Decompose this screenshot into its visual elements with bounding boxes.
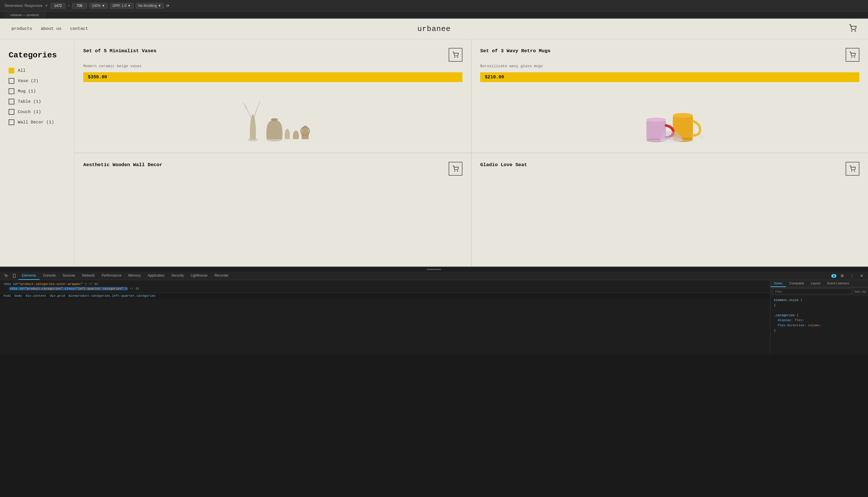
category-label-mug: Mug (1) (18, 89, 36, 94)
checkbox-all[interactable] (9, 68, 14, 73)
devtools-tab-sources[interactable]: Sources (59, 272, 79, 280)
svg-point-26 (854, 171, 855, 171)
category-item-vase[interactable]: Vase (2) (9, 78, 66, 84)
nav-contact[interactable]: contact (70, 26, 88, 31)
devtools-close-btn[interactable]: ✕ (858, 272, 866, 280)
category-label-walldecor: Wall Decor (1) (18, 120, 54, 125)
sidebar-title: Categories (9, 51, 66, 60)
zoom-btn[interactable]: 100% ▼ (89, 3, 108, 9)
category-item-all[interactable]: All (9, 68, 66, 73)
product-header-2: Set of 3 Wavy Retro Mugs (480, 48, 859, 62)
checkbox-couch[interactable] (9, 109, 14, 115)
category-item-couch[interactable]: Couch (1) (9, 109, 66, 115)
devtools-split: <div id="product-categories-outer-wrappe… (0, 280, 868, 355)
styles-content: element.style { } .categories { display:… (770, 296, 868, 355)
devtools-tab-bar: Elements Console Sources Network Perform… (0, 272, 868, 280)
product-card-3: Aesthetic Wooden Wall Decor (75, 153, 471, 267)
checkbox-vase[interactable] (9, 78, 14, 84)
width-input[interactable] (51, 3, 66, 9)
product-desc-2: Borosilicate wavy glass mugs (480, 64, 859, 68)
svg-line-6 (243, 102, 247, 110)
devtools-tab-memory[interactable]: Memory (125, 272, 144, 280)
svg-point-1 (855, 31, 856, 31)
dpr-btn[interactable]: DPR: 1.0 ▼ (110, 3, 134, 9)
devtools-tab-application[interactable]: Application (144, 272, 168, 280)
device-toggle-btn[interactable] (10, 272, 18, 280)
breadcrumb-html[interactable]: html (3, 294, 11, 298)
elements-line-1[interactable]: <div id="product-categories-outer-wrappe… (3, 282, 767, 286)
category-list: All Vase (2) Mug (1) Table (1) Couch (1) (9, 68, 66, 125)
devtools-settings-btn[interactable]: ⚙ (838, 272, 846, 280)
nav-links: products about us contact (12, 26, 88, 31)
devtools-tab-recorder[interactable]: Recorder (211, 272, 232, 280)
add-cart-btn-2[interactable] (845, 48, 859, 62)
svg-point-16 (673, 113, 693, 118)
elements-panel: <div id="product-categories-outer-wrappe… (0, 280, 770, 355)
category-label-vase: Vase (2) (18, 79, 39, 84)
category-item-mug[interactable]: Mug (1) (9, 88, 66, 94)
breadcrumb-div-content[interactable]: div.content (26, 294, 46, 298)
svg-line-8 (253, 108, 257, 121)
product-desc-1: Modern ceramic beige vases (83, 64, 462, 68)
checkbox-table[interactable] (9, 99, 14, 104)
devtools-tab-lighthouse[interactable]: Lighthouse (187, 272, 211, 280)
browser-tab-1[interactable]: urbanee — products (4, 12, 45, 18)
product-header-4: Gladio Love Seat (480, 162, 859, 175)
elements-tree: <div id="product-categories-outer-wrappe… (0, 280, 770, 293)
height-input[interactable] (72, 3, 87, 9)
right-tab-styles[interactable]: Styles (770, 280, 786, 287)
category-label-table: Table (1) (18, 99, 41, 104)
add-cart-btn-3[interactable] (449, 162, 462, 175)
site-title: urbanee (417, 25, 451, 33)
hov-cls-label[interactable]: .hov .cls (854, 290, 866, 293)
add-cart-btn-4[interactable] (845, 162, 859, 175)
cart-icon[interactable] (849, 24, 856, 33)
devtools-tab-security[interactable]: Security (168, 272, 187, 280)
svg-point-11 (271, 118, 278, 121)
dimensions-separator: × (68, 4, 70, 8)
svg-rect-27 (13, 274, 15, 278)
devtools-right-tabs: Styles Computed Layout Event Listeners (770, 280, 868, 287)
devtools-tab-network[interactable]: Network (79, 272, 98, 280)
breadcrumb-product-categories[interactable]: div#product-categories.left-quarter.cate… (68, 294, 156, 298)
category-item-table[interactable]: Table (1) (9, 99, 66, 104)
nav-about[interactable]: about us (41, 26, 61, 31)
devtools: Elements Console Sources Network Perform… (0, 267, 868, 355)
product-header-3: Aesthetic Wooden Wall Decor (83, 162, 462, 175)
product-name-2: Set of 3 Wavy Retro Mugs (480, 48, 550, 54)
svg-point-25 (851, 171, 852, 171)
rotate-btn[interactable]: ⟳ (166, 3, 170, 8)
breadcrumb-div-grid[interactable]: div.grid (50, 294, 65, 298)
right-tab-computed[interactable]: Computed (786, 280, 808, 287)
inspect-element-btn[interactable] (2, 272, 10, 280)
devtools-more-btn[interactable]: ⋮ (848, 272, 856, 280)
devtools-drag-handle[interactable] (427, 269, 441, 270)
devtools-tab-elements[interactable]: Elements (18, 272, 40, 280)
devtools-tab-performance[interactable]: Performance (98, 272, 125, 280)
svg-point-2 (454, 57, 455, 57)
product-name-1: Set of 5 Minimalist Vases (83, 48, 156, 54)
product-name-3: Aesthetic Wooden Wall Decor (83, 162, 162, 168)
category-item-walldecor[interactable]: Wall Decor (1) (9, 119, 66, 125)
throttle-btn[interactable]: No throttling ▼ (136, 3, 164, 9)
svg-point-0 (852, 31, 852, 31)
add-cart-btn-1[interactable] (449, 48, 462, 62)
elements-line-2[interactable]: <div id="product-categories" class="left… (3, 286, 767, 291)
browser-chrome: Dimensions: Responsive ▼ × 100% ▼ DPR: 1… (0, 0, 868, 12)
dimensions-label: Dimensions: Responsive (4, 4, 42, 8)
error-count-badge: 1 (831, 274, 837, 278)
svg-point-23 (454, 171, 455, 171)
site-nav: products about us contact urbanee (0, 19, 868, 39)
checkbox-mug[interactable] (9, 88, 14, 94)
right-tab-event-listeners[interactable]: Event Listeners (824, 280, 853, 287)
product-image-1 (83, 87, 462, 144)
nav-products[interactable]: products (12, 26, 32, 31)
right-tab-layout[interactable]: Layout (808, 280, 824, 287)
responsive-toolbar: Dimensions: Responsive ▼ × 100% ▼ DPR: 1… (4, 3, 170, 9)
devtools-tab-console[interactable]: Console (40, 272, 59, 280)
style-filter-input[interactable] (773, 289, 852, 295)
breadcrumb-body[interactable]: body (14, 294, 22, 298)
viewport: products about us contact urbanee Catego… (0, 19, 868, 267)
checkbox-walldecor[interactable] (9, 119, 14, 125)
svg-point-3 (457, 57, 458, 57)
